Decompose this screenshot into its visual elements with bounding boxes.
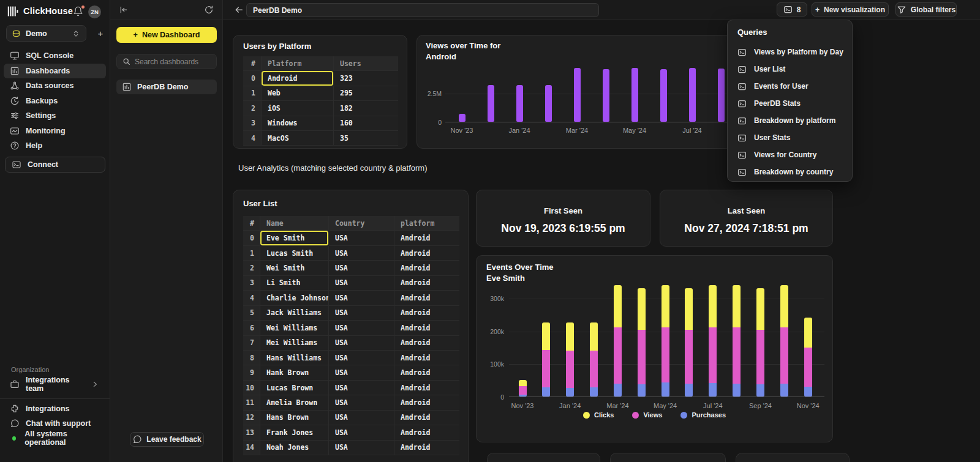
events-bar-jul-24[interactable] <box>709 285 717 397</box>
table-cell[interactable]: USA <box>329 246 394 261</box>
sidebar-item-data-sources[interactable]: Data sources <box>4 78 106 94</box>
table-cell[interactable]: Lucas Smith <box>260 246 329 261</box>
search-dashboards-input[interactable]: Search dashboards <box>116 54 217 69</box>
dashboard-title-input[interactable] <box>246 3 599 17</box>
table-cell[interactable]: Mei Williams <box>260 336 329 351</box>
legend-item-clicks[interactable]: Clicks <box>583 411 614 419</box>
table-cell[interactable]: Android <box>394 381 459 395</box>
table-cell[interactable]: Lucas Brown <box>260 381 329 395</box>
refresh-icon[interactable] <box>204 5 214 15</box>
events-bar-may-24[interactable] <box>662 285 669 397</box>
views-bar-nov-23[interactable] <box>459 114 466 122</box>
table-cell[interactable]: Hank Brown <box>260 365 329 380</box>
table-cell[interactable]: Noah Jones <box>260 441 329 455</box>
table-cell[interactable]: Web <box>262 86 334 101</box>
table-cell[interactable]: Jack Williams <box>260 306 329 321</box>
table-cell[interactable]: USA <box>329 441 394 455</box>
table-cell[interactable]: MacOS <box>262 131 334 146</box>
table-cell[interactable]: USA <box>329 381 394 395</box>
organization-team-item[interactable]: Integrations team <box>4 376 106 392</box>
table-cell[interactable]: USA <box>329 411 394 425</box>
dashboard-list-item-peerdb-demo[interactable]: PeerDB Demo <box>116 80 217 94</box>
queries-count-button[interactable]: 8 <box>777 2 807 17</box>
table-cell[interactable]: Android <box>394 411 459 425</box>
table-cell[interactable]: 323 <box>334 71 398 86</box>
views-bar-dec-23[interactable] <box>488 85 494 122</box>
sidebar-item-backups[interactable]: Backups <box>4 94 106 109</box>
table-cell[interactable]: 160 <box>334 116 398 131</box>
table-cell[interactable]: iOS <box>262 101 334 116</box>
table-cell[interactable]: Android <box>394 291 459 305</box>
table-cell[interactable]: Android <box>394 395 459 410</box>
events-bar-jun-24[interactable] <box>685 288 693 397</box>
table-cell[interactable]: 182 <box>334 101 398 116</box>
events-bar-jan-24[interactable] <box>566 322 574 397</box>
table-cell[interactable]: Li Smith <box>260 276 329 291</box>
table-cell[interactable]: Wei Smith <box>260 261 329 275</box>
sidebar-item-monitoring[interactable]: Monitoring <box>4 124 106 139</box>
table-cell[interactable]: Android <box>262 71 334 86</box>
sidebar-item-sql-console[interactable]: SQL Console <box>4 48 106 64</box>
views-bar-aug-24[interactable] <box>718 69 725 122</box>
collapse-panel-icon[interactable] <box>119 5 129 15</box>
table-cell[interactable]: Android <box>394 231 459 245</box>
new-dashboard-button[interactable]: + New Dashboard <box>116 27 217 43</box>
table-cell[interactable]: Android <box>394 365 459 380</box>
query-item-breakdown-by-country[interactable]: Breakdown by country <box>737 163 847 181</box>
footer-item-chat-with-support[interactable]: Chat with support <box>4 416 106 431</box>
table-cell[interactable]: USA <box>329 321 394 335</box>
table-cell[interactable]: USA <box>329 306 394 321</box>
table-cell[interactable]: USA <box>329 351 394 365</box>
views-bar-apr-24[interactable] <box>603 69 609 122</box>
query-item-events-for-user[interactable]: Events for User <box>737 78 847 95</box>
table-cell[interactable]: USA <box>329 276 394 291</box>
sidebar-item-dashboards[interactable]: Dashboards <box>4 64 106 79</box>
events-bar-dec-23[interactable] <box>542 322 550 397</box>
table-cell[interactable]: Android <box>394 321 459 335</box>
table-cell[interactable]: USA <box>329 395 394 410</box>
footer-item-all-systems-operational[interactable]: All systems operational <box>4 431 106 445</box>
sidebar-item-settings[interactable]: Settings <box>4 108 106 124</box>
sidebar-item-help[interactable]: Help <box>4 138 106 154</box>
table-cell[interactable]: USA <box>329 336 394 351</box>
table-cell[interactable]: Android <box>394 441 459 455</box>
footer-item-integrations[interactable]: Integrations <box>4 401 106 416</box>
views-bar-jan-24[interactable] <box>516 85 523 122</box>
views-bar-feb-24[interactable] <box>545 85 552 122</box>
table-cell[interactable]: Amelia Brown <box>260 395 329 410</box>
table-cell[interactable]: Eve Smith <box>260 231 329 245</box>
table-cell[interactable]: Android <box>394 246 459 261</box>
table-cell[interactable]: Wei Williams <box>260 321 329 335</box>
events-bar-feb-24[interactable] <box>590 322 598 397</box>
events-bar-mar-24[interactable] <box>614 285 622 397</box>
query-item-views-by-platform-by-day[interactable]: Views by Platform by Day <box>737 43 847 61</box>
views-bar-may-24[interactable] <box>631 68 638 122</box>
events-bar-apr-24[interactable] <box>638 288 646 397</box>
query-item-user-list[interactable]: User List <box>737 61 847 78</box>
table-cell[interactable]: USA <box>329 261 394 275</box>
legend-item-purchases[interactable]: Purchases <box>680 411 726 419</box>
table-cell[interactable]: Hans Brown <box>260 411 329 425</box>
query-item-views-for-country[interactable]: Views for Country <box>737 146 847 163</box>
connect-button[interactable]: Connect <box>5 157 105 173</box>
events-bar-oct-24[interactable] <box>780 285 788 397</box>
table-cell[interactable]: Hans Williams <box>260 351 329 365</box>
table-cell[interactable]: Android <box>394 336 459 351</box>
events-bar-nov-23[interactable] <box>519 380 527 397</box>
views-bar-mar-24[interactable] <box>574 68 581 122</box>
table-cell[interactable]: 35 <box>334 131 398 146</box>
leave-feedback-button[interactable]: Leave feedback <box>130 432 204 447</box>
events-bar-sep-24[interactable] <box>756 288 764 397</box>
table-cell[interactable]: Android <box>394 261 459 275</box>
table-cell[interactable]: USA <box>329 365 394 380</box>
table-cell[interactable]: Android <box>394 351 459 365</box>
query-item-peerdb-stats[interactable]: PeerDB Stats <box>737 95 847 112</box>
new-visualization-button[interactable]: + New visualization <box>812 2 889 17</box>
table-cell[interactable]: USA <box>329 291 394 305</box>
notifications-bell-icon[interactable] <box>73 6 84 17</box>
workspace-selector[interactable]: Demo <box>6 25 86 42</box>
table-cell[interactable]: Charlie Johnson <box>260 291 329 305</box>
views-bar-jul-24[interactable] <box>689 68 696 122</box>
add-workspace-button[interactable]: + <box>93 25 108 42</box>
back-arrow-icon[interactable] <box>234 5 244 15</box>
